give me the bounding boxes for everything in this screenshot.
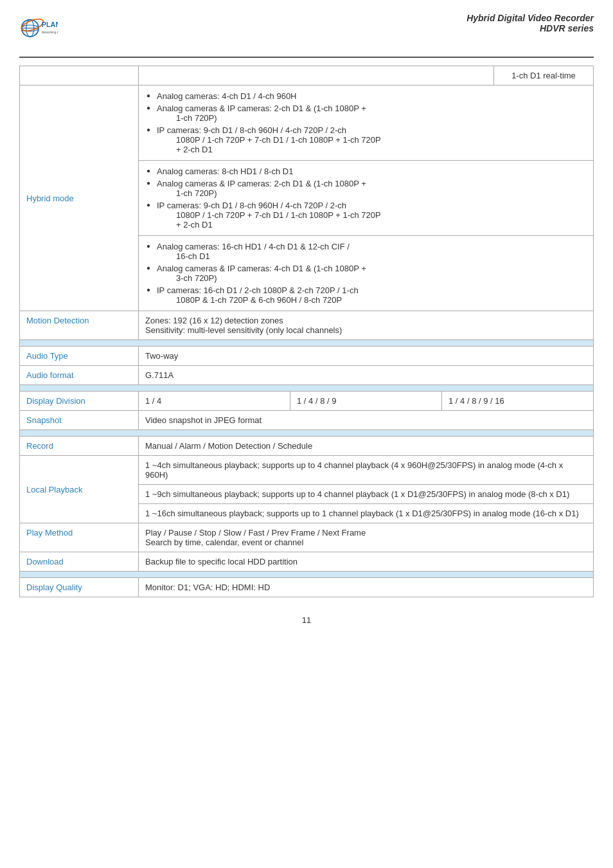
section-divider-audio bbox=[20, 340, 594, 347]
hybrid-bullets-2: Analog cameras: 8-ch HD1 / 8-ch D1 Analo… bbox=[145, 165, 587, 231]
hybrid-bullets-3: Analog cameras: 16-ch HD1 / 4-ch D1 & 12… bbox=[145, 240, 587, 306]
hybrid-group-2: Analog cameras: 8-ch HD1 / 8-ch D1 Analo… bbox=[139, 161, 594, 236]
table-row-display-quality: Display Quality Monitor: D1; VGA: HD; HD… bbox=[20, 578, 594, 597]
value-display-quality: Monitor: D1; VGA: HD; HDMI: HD bbox=[139, 578, 594, 597]
label-play-method: Play Method bbox=[20, 523, 139, 552]
value-download: Backup file to specific local HDD partit… bbox=[139, 552, 594, 572]
display-division-col3: 1 / 4 / 8 / 9 / 16 bbox=[442, 392, 593, 410]
hybrid-bullet-1-3: IP cameras: 9-ch D1 / 8-ch 960H / 4-ch 7… bbox=[145, 124, 587, 156]
header-divider bbox=[19, 57, 594, 58]
spec-table: 1-ch D1 real-time Hybrid mode Analog cam… bbox=[19, 66, 594, 597]
hybrid-bullet-1-1: Analog cameras: 4-ch D1 / 4-ch 960H bbox=[145, 90, 587, 102]
realtime-value: 1-ch D1 real-time bbox=[494, 66, 594, 86]
header-title-block: Hybrid Digital Video Recorder HDVR serie… bbox=[466, 13, 594, 33]
value-audio-type: Two-way bbox=[139, 347, 594, 366]
table-row-realtime: 1-ch D1 real-time bbox=[20, 66, 594, 86]
svg-text:Networking & Communication: Networking & Communication bbox=[42, 31, 58, 34]
value-motion-detection: Zones: 192 (16 x 12) detection zones Sen… bbox=[139, 311, 594, 340]
table-row-play-method: Play Method Play / Pause / Stop / Slow /… bbox=[20, 523, 594, 552]
hybrid-bullet-3-2: Analog cameras & IP cameras: 4-ch D1 & (… bbox=[145, 262, 587, 284]
table-row-local-playback: Local Playback 1 ~4ch simultaneous playb… bbox=[20, 456, 594, 485]
value-audio-format: G.711A bbox=[139, 366, 594, 385]
value-snapshot: Video snapshot in JPEG format bbox=[139, 411, 594, 430]
value-play-method: Play / Pause / Stop / Slow / Fast / Prev… bbox=[139, 523, 594, 552]
display-division-col2: 1 / 4 / 8 / 9 bbox=[290, 392, 442, 410]
table-row-record: Record Manual / Alarm / Motion Detection… bbox=[20, 437, 594, 456]
svg-text:PLANET: PLANET bbox=[42, 21, 58, 28]
header-title-main: Hybrid Digital Video Recorder bbox=[466, 13, 594, 23]
section-divider-dq-cell bbox=[20, 572, 594, 578]
section-divider-display-cell bbox=[20, 385, 594, 392]
hybrid-bullet-1-2: Analog cameras & IP cameras: 2-ch D1 & (… bbox=[145, 102, 587, 124]
section-divider-record-cell bbox=[20, 430, 594, 437]
table-row-snapshot: Snapshot Video snapshot in JPEG format bbox=[20, 411, 594, 430]
hybrid-bullet-3-1: Analog cameras: 16-ch HD1 / 4-ch D1 & 12… bbox=[145, 240, 587, 262]
section-divider-display-quality bbox=[20, 572, 594, 578]
hybrid-group-1: Analog cameras: 4-ch D1 / 4-ch 960H Anal… bbox=[139, 86, 594, 161]
table-row-download: Download Backup file to specific local H… bbox=[20, 552, 594, 572]
label-empty-realtime bbox=[20, 66, 139, 86]
display-division-cols: 1 / 4 1 / 4 / 8 / 9 1 / 4 / 8 / 9 / 16 bbox=[139, 392, 593, 410]
table-row-audio-type: Audio Type Two-way bbox=[20, 347, 594, 366]
header-title-sub: HDVR series bbox=[466, 23, 594, 33]
local-playback-item-1: 1 ~4ch simultaneous playback; supports u… bbox=[139, 456, 594, 485]
section-divider-audio-cell bbox=[20, 340, 594, 347]
local-playback-item-2: 1 ~9ch simultaneous playback; supports u… bbox=[139, 485, 594, 504]
section-divider-record bbox=[20, 430, 594, 437]
page-header: PLANET Networking & Communication Hybrid… bbox=[19, 13, 594, 45]
hybrid-bullets-1: Analog cameras: 4-ch D1 / 4-ch 960H Anal… bbox=[145, 90, 587, 156]
label-audio-type: Audio Type bbox=[20, 347, 139, 366]
label-snapshot: Snapshot bbox=[20, 411, 139, 430]
label-display-division: Display Division bbox=[20, 392, 139, 411]
table-row-hybrid-mode: Hybrid mode Analog cameras: 4-ch D1 / 4-… bbox=[20, 86, 594, 161]
label-download: Download bbox=[20, 552, 139, 572]
label-hybrid-mode: Hybrid mode bbox=[20, 86, 139, 311]
hybrid-bullet-2-2: Analog cameras & IP cameras: 2-ch D1 & (… bbox=[145, 177, 587, 199]
hybrid-bullet-2-3: IP cameras: 9-ch D1 / 8-ch 960H / 4-ch 7… bbox=[145, 199, 587, 231]
label-audio-format: Audio format bbox=[20, 366, 139, 385]
display-division-col1: 1 / 4 bbox=[139, 392, 290, 410]
value-empty-realtime bbox=[139, 66, 494, 86]
value-display-division: 1 / 4 1 / 4 / 8 / 9 1 / 4 / 8 / 9 / 16 bbox=[139, 392, 594, 411]
value-record: Manual / Alarm / Motion Detection / Sche… bbox=[139, 437, 594, 456]
label-display-quality: Display Quality bbox=[20, 578, 139, 597]
label-motion-detection: Motion Detection bbox=[20, 311, 139, 340]
hybrid-bullet-3-3: IP cameras: 16-ch D1 / 2-ch 1080P & 2-ch… bbox=[145, 284, 587, 306]
table-row-audio-format: Audio format G.711A bbox=[20, 366, 594, 385]
hybrid-group-3: Analog cameras: 16-ch HD1 / 4-ch D1 & 12… bbox=[139, 236, 594, 311]
label-record: Record bbox=[20, 437, 139, 456]
hybrid-bullet-2-1: Analog cameras: 8-ch HD1 / 8-ch D1 bbox=[145, 165, 587, 177]
planet-logo-icon: PLANET Networking & Communication bbox=[19, 13, 58, 45]
label-local-playback: Local Playback bbox=[20, 456, 139, 523]
logo-area: PLANET Networking & Communication bbox=[19, 13, 58, 45]
table-row-motion-detection: Motion Detection Zones: 192 (16 x 12) de… bbox=[20, 311, 594, 340]
section-divider-display bbox=[20, 385, 594, 392]
table-row-display-division: Display Division 1 / 4 1 / 4 / 8 / 9 1 /… bbox=[20, 392, 594, 411]
local-playback-item-3: 1 ~16ch simultaneous playback; supports … bbox=[139, 504, 594, 523]
page-number: 11 bbox=[19, 615, 594, 625]
